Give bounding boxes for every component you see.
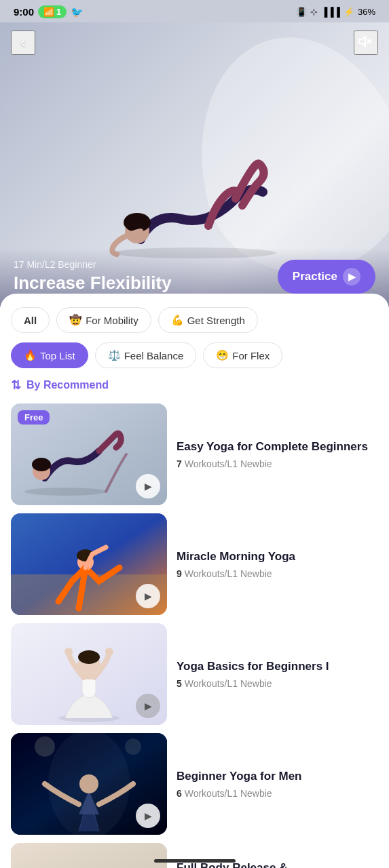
- workouts-label-3: Workouts/: [185, 678, 227, 689]
- workout-meta-4: 6 Workouts/L1 Newbie: [177, 788, 378, 799]
- workouts-label-1: Workouts/: [185, 458, 227, 469]
- status-wifi: 📶 1: [38, 5, 67, 18]
- workout-level-3: L1 Newbie: [227, 678, 272, 689]
- workout-card-5[interactable]: ▶ Full Body Release &: [11, 843, 378, 868]
- workout-info-2: Miracle Morning Yoga 9 Workouts/L1 Newbi…: [177, 549, 378, 579]
- svg-point-22: [79, 774, 98, 793]
- workout-meta-3: 5 Workouts/L1 Newbie: [177, 678, 378, 689]
- play-button-4[interactable]: ▶: [136, 804, 160, 828]
- practice-button[interactable]: Practice ▶: [278, 260, 375, 294]
- status-left: 9:00 📶 1 🐦: [14, 5, 84, 18]
- workout-count-4: 6: [177, 788, 182, 799]
- signal-icon: ▐▐▐: [321, 7, 340, 17]
- hero-title: Increase Flexibility: [14, 273, 172, 294]
- toplist-emoji: 🔥: [24, 349, 37, 361]
- svg-point-2: [124, 213, 151, 232]
- main-content: All 🤠 For Mobility 💪 Get Strength 🔥 Top …: [0, 294, 389, 868]
- home-indicator: [154, 859, 236, 863]
- play-button-2[interactable]: ▶: [136, 584, 160, 608]
- svg-point-17: [78, 650, 100, 664]
- volume-icon: [358, 33, 374, 53]
- workout-info-4: Beginner Yoga for Men 6 Workouts/L1 Newb…: [177, 769, 378, 799]
- workout-level-4: L1 Newbie: [227, 788, 272, 799]
- practice-label: Practice: [293, 270, 337, 283]
- tab-strength[interactable]: 💪 Get Strength: [158, 307, 258, 333]
- volume-button[interactable]: [354, 31, 378, 55]
- sub-tab-forflex-label: For Flex: [232, 350, 270, 361]
- workout-meta-2: 9 Workouts/L1 Newbie: [177, 568, 378, 579]
- workout-info-3: Yoga Basics for Beginners I 5 Workouts/L…: [177, 659, 378, 689]
- sub-tab-forflex[interactable]: 😁 For Flex: [203, 342, 282, 368]
- wifi-icon: 📶: [43, 7, 54, 17]
- workout-thumb-3: ▶: [11, 623, 167, 725]
- status-bar: 9:00 📶 1 🐦 📳 ⊹ ▐▐▐ ⚡ 36%: [0, 0, 389, 22]
- workout-card-4[interactable]: ▶ Beginner Yoga for Men 6 Workouts/L1 Ne…: [11, 733, 378, 835]
- sub-tab-feelbalance-label: Feel Balance: [124, 350, 184, 361]
- tab-mobility[interactable]: 🤠 For Mobility: [56, 307, 151, 333]
- workout-thumb-4: ▶: [11, 733, 167, 835]
- mobility-emoji: 🤠: [69, 314, 82, 326]
- category-tabs: All 🤠 For Mobility 💪 Get Strength: [0, 307, 389, 342]
- twitter-icon: 🐦: [71, 6, 84, 18]
- tab-strength-label: Get Strength: [187, 315, 245, 326]
- hero-text-block: 17 Min/L2 Beginner Increase Flexibility: [14, 259, 172, 294]
- free-badge-1: Free: [18, 410, 50, 425]
- svg-point-6: [24, 488, 106, 496]
- workout-title-1: Easy Yoga for Complete Beginners: [177, 439, 378, 454]
- strength-emoji: 💪: [171, 314, 184, 326]
- workout-level-2: L1 Newbie: [227, 568, 272, 579]
- workout-thumb-2: ▶: [11, 513, 167, 615]
- svg-point-8: [32, 458, 51, 471]
- workout-level-1: L1 Newbie: [227, 458, 272, 469]
- hero-subtitle: 17 Min/L2 Beginner: [14, 259, 172, 270]
- workout-thumb-1: Free ▶: [11, 403, 167, 505]
- workout-card-2[interactable]: ▶ Miracle Morning Yoga 9 Workouts/L1 New…: [11, 513, 378, 615]
- play-button-1[interactable]: ▶: [136, 474, 160, 498]
- bluetooth-icon: ⊹: [310, 7, 318, 17]
- status-time: 9:00: [14, 6, 34, 18]
- tab-all[interactable]: All: [11, 307, 50, 333]
- sub-tab-toplist[interactable]: 🔥 Top List: [11, 342, 88, 368]
- workout-meta-1: 7 Workouts/L1 Newbie: [177, 458, 378, 469]
- sub-tab-toplist-label: Top List: [40, 350, 75, 361]
- workout-info-1: Easy Yoga for Complete Beginners 7 Worko…: [177, 439, 378, 469]
- workout-title-4: Beginner Yoga for Men: [177, 769, 378, 784]
- sort-icon: ⇅: [11, 378, 21, 393]
- battery-charge-icon: ⚡: [344, 7, 354, 17]
- workout-count-2: 9: [177, 568, 182, 579]
- sort-row[interactable]: ⇅ By Recommend: [0, 378, 389, 403]
- workout-thumb-5: ▶: [11, 843, 167, 868]
- sub-tabs: 🔥 Top List ⚖️ Feel Balance 😁 For Flex: [0, 342, 389, 378]
- tab-all-label: All: [24, 315, 37, 326]
- vibrate-icon: 📳: [296, 7, 307, 17]
- workout-title-2: Miracle Morning Yoga: [177, 549, 378, 564]
- play-button-3[interactable]: ▶: [136, 694, 160, 718]
- thumb-yoga5-svg: [11, 843, 167, 868]
- workout-list: Free ▶ Easy Yoga for Complete Beginners …: [0, 403, 389, 868]
- svg-point-23: [35, 736, 55, 757]
- workouts-label-4: Workouts/: [185, 788, 227, 799]
- forflex-emoji: 😁: [216, 349, 229, 361]
- status-right: 📳 ⊹ ▐▐▐ ⚡ 36%: [296, 7, 375, 17]
- feelbalance-emoji: ⚖️: [108, 349, 121, 361]
- svg-point-18: [64, 648, 73, 656]
- yoga-pose-svg: [100, 131, 290, 267]
- workout-count-1: 7: [177, 458, 182, 469]
- workout-card-1[interactable]: Free ▶ Easy Yoga for Complete Beginners …: [11, 403, 378, 505]
- back-button[interactable]: ‹: [11, 31, 35, 55]
- sort-label: By Recommend: [26, 379, 109, 391]
- workout-card-3[interactable]: ▶ Yoga Basics for Beginners I 5 Workouts…: [11, 623, 378, 725]
- battery-percent: 36%: [358, 7, 375, 17]
- workout-count-3: 5: [177, 678, 182, 689]
- svg-point-19: [105, 648, 113, 656]
- workout-title-3: Yoga Basics for Beginners I: [177, 659, 378, 674]
- back-icon: ‹: [20, 34, 25, 52]
- practice-arrow-icon: ▶: [343, 268, 360, 285]
- svg-point-24: [125, 738, 141, 755]
- hero-section: ‹ 17 Min/L2 Beginner Increase Flexibilit…: [0, 22, 389, 307]
- sub-tab-feelbalance[interactable]: ⚖️ Feel Balance: [95, 342, 197, 368]
- svg-rect-25: [11, 843, 167, 868]
- wifi-count: 1: [56, 7, 61, 17]
- tab-mobility-label: For Mobility: [86, 315, 138, 326]
- hero-person-figure: [93, 117, 297, 267]
